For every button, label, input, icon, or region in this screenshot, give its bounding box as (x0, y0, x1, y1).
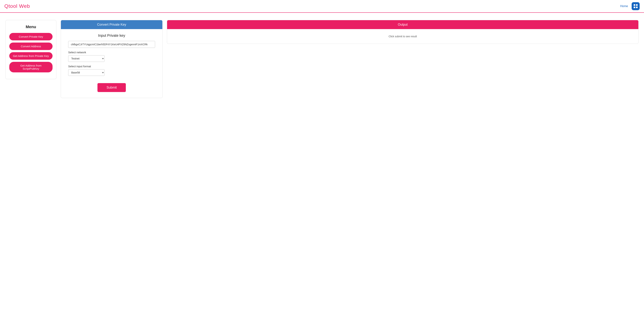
svg-rect-2 (634, 6, 635, 8)
output-panel-body: Click submit to see result (167, 29, 638, 44)
convert-panel-body: Input Private key Select network Testnet… (61, 29, 162, 98)
convert-panel-subtitle: Input Private key (68, 34, 155, 38)
network-select[interactable]: Testnet Mainnet (68, 55, 104, 62)
app-icon[interactable] (632, 2, 640, 10)
output-placeholder: Click submit to see result (388, 35, 417, 38)
menu-title: Menu (9, 24, 52, 29)
format-select[interactable]: Base58 Hex Raw (68, 69, 104, 76)
svg-rect-0 (634, 4, 635, 6)
menu-btn-get-address-private-key[interactable]: Get Address from Private Key (9, 52, 52, 60)
output-panel: Output Click submit to see result (167, 20, 638, 44)
network-label: Select network (68, 51, 155, 54)
format-label: Select input format (68, 65, 155, 68)
menu-btn-convert-address[interactable]: Convert Address (9, 42, 52, 50)
private-key-input[interactable] (68, 41, 155, 48)
header-right: Home (620, 2, 640, 10)
output-panel-header: Output (167, 20, 638, 29)
menu-btn-convert-private-key[interactable]: Convert Private Key (9, 33, 52, 40)
app-header: Qtool Web Home (0, 0, 644, 13)
menu-btn-get-address-scriptpubkey[interactable]: Get Address from ScriptPubKey (9, 62, 52, 72)
main-content: Menu Convert Private Key Convert Address… (0, 13, 644, 105)
home-link[interactable]: Home (620, 4, 628, 8)
app-title: Qtool Web (4, 3, 30, 9)
convert-panel: Convert Private Key Input Private key Se… (61, 20, 162, 98)
svg-rect-3 (636, 6, 638, 8)
submit-button[interactable]: Submit (98, 83, 126, 92)
menu-panel: Menu Convert Private Key Convert Address… (6, 20, 56, 79)
convert-panel-header: Convert Private Key (61, 20, 162, 29)
svg-rect-1 (636, 4, 638, 6)
